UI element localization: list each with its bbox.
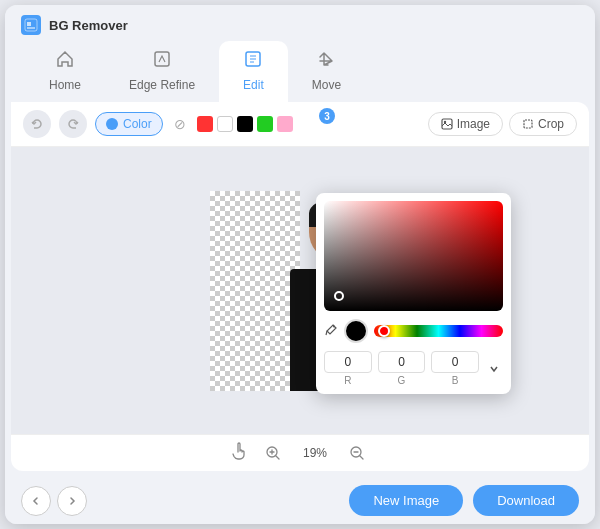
swatch-black[interactable]: [237, 116, 253, 132]
new-image-button[interactable]: New Image: [349, 485, 463, 516]
tab-edit-label: Edit: [243, 78, 264, 92]
svg-line-10: [276, 456, 280, 460]
canvas-area: R G B: [11, 147, 589, 434]
image-tab-label: Image: [457, 117, 490, 131]
app-icon: [21, 15, 41, 35]
tab-edit[interactable]: Edit: [219, 41, 288, 102]
hand-tool-icon[interactable]: [231, 442, 249, 464]
zoom-out-button[interactable]: [345, 441, 369, 465]
crop-icon: [522, 118, 534, 130]
tab-edge-refine[interactable]: Edge Refine: [105, 41, 219, 102]
tab-move[interactable]: Move: [288, 41, 365, 102]
app-title: BG Remover: [49, 18, 128, 33]
color-dot: [106, 118, 118, 130]
rgb-g-input[interactable]: [378, 351, 426, 373]
tab-move-label: Move: [312, 78, 341, 92]
tab-edge-refine-label: Edge Refine: [129, 78, 195, 92]
hex-dropdown[interactable]: [485, 360, 503, 378]
next-button[interactable]: [57, 486, 87, 516]
swatch-pink[interactable]: [277, 116, 293, 132]
swatch-white[interactable]: [217, 116, 233, 132]
divider-icon: ⊘: [171, 115, 189, 133]
move-icon: [316, 49, 336, 74]
crop-tab-label: Crop: [538, 117, 564, 131]
edit-icon: [243, 49, 263, 74]
image-tab-pill[interactable]: Image: [428, 112, 503, 136]
svg-rect-3: [155, 52, 169, 66]
svg-rect-1: [27, 22, 31, 26]
home-icon: [55, 49, 75, 74]
hue-cursor: [378, 325, 390, 337]
color-button-label: Color: [123, 117, 152, 131]
zoom-in-button[interactable]: [261, 441, 285, 465]
color-swatches: [197, 116, 293, 132]
swatch-red[interactable]: [197, 116, 213, 132]
color-picker-popup: R G B: [316, 193, 511, 394]
svg-rect-7: [524, 120, 532, 128]
badge-number: 3: [319, 108, 335, 124]
rgb-g-label: G: [398, 375, 406, 386]
color-button[interactable]: Color: [95, 112, 163, 136]
crop-tab-pill[interactable]: Crop: [509, 112, 577, 136]
nav-tabs: Home Edge Refine Edit: [5, 41, 595, 102]
svg-line-14: [360, 456, 364, 460]
app-window: BG Remover Home Edge Refine: [5, 5, 595, 524]
rgb-r-field: R: [324, 351, 372, 386]
toolbar: Color ⊘ 3 Image: [11, 102, 589, 147]
rgb-g-field: G: [378, 351, 426, 386]
rgb-b-field: B: [431, 351, 479, 386]
tab-home[interactable]: Home: [25, 41, 105, 102]
main-content: Color ⊘ 3 Image: [11, 102, 589, 471]
rgb-r-label: R: [344, 375, 351, 386]
rgb-b-input[interactable]: [431, 351, 479, 373]
download-button[interactable]: Download: [473, 485, 579, 516]
zoom-level: 19%: [297, 446, 333, 460]
color-preview: [344, 319, 368, 343]
color-controls: [324, 319, 503, 343]
color-gradient[interactable]: [324, 201, 503, 311]
hue-slider[interactable]: [374, 325, 503, 337]
svg-point-8: [333, 325, 335, 327]
tab-home-label: Home: [49, 78, 81, 92]
footer: New Image Download: [5, 477, 595, 524]
zoom-toolbar: 19%: [11, 434, 589, 471]
nav-arrows: [21, 486, 87, 516]
redo-button[interactable]: [59, 110, 87, 138]
footer-buttons: New Image Download: [349, 485, 579, 516]
undo-button[interactable]: [23, 110, 51, 138]
toolbar-right: Image Crop: [428, 112, 577, 136]
edge-refine-icon: [152, 49, 172, 74]
gradient-cursor[interactable]: [334, 291, 344, 301]
prev-button[interactable]: [21, 486, 51, 516]
rgb-r-input[interactable]: [324, 351, 372, 373]
rgb-inputs: R G B: [324, 351, 503, 386]
swatch-green[interactable]: [257, 116, 273, 132]
rgb-b-label: B: [452, 375, 459, 386]
image-icon: [441, 118, 453, 130]
title-bar: BG Remover: [5, 5, 595, 41]
eyedropper-icon[interactable]: [324, 323, 338, 340]
